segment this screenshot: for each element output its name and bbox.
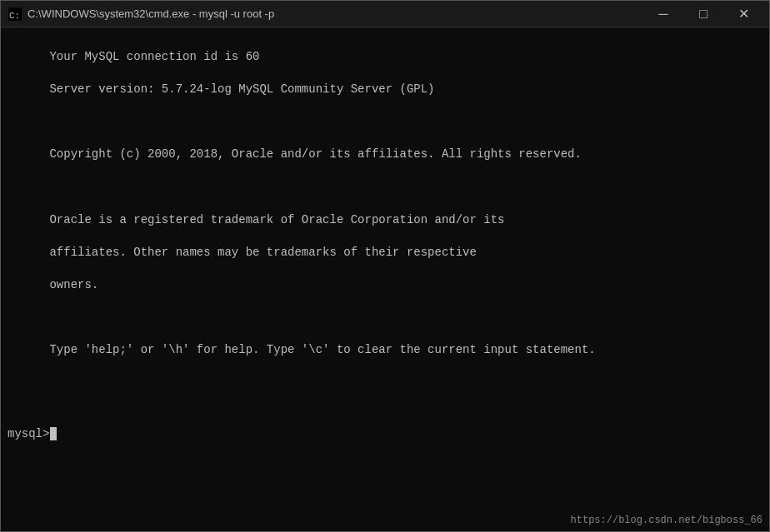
titlebar: C: C:\WINDOWS\system32\cmd.exe - mysql -… [1,1,769,27]
cmd-window: C: C:\WINDOWS\system32\cmd.exe - mysql -… [0,0,770,532]
line-oracle-trademark3: owners. [49,278,98,291]
titlebar-left: C: C:\WINDOWS\system32\cmd.exe - mysql -… [8,7,274,22]
cursor [50,427,57,440]
minimize-button[interactable]: ─ [644,1,682,27]
line-server-version: Server version: 5.7.24-log MySQL Communi… [49,82,434,96]
mysql-prompt: mysql> [8,427,49,440]
maximize-button[interactable]: □ [684,1,722,27]
svg-text:C:: C: [9,11,20,21]
titlebar-controls: ─ □ ✕ [644,1,762,27]
cmd-icon: C: [8,7,22,22]
line-help: Type 'help;' or '\h' for help. Type '\c'… [49,343,595,356]
terminal-output: Your MySQL connection id is 60 Server ve… [8,32,762,424]
line-connection-id: Your MySQL connection id is 60 [49,50,259,63]
line-copyright: Copyright (c) 2000, 2018, Oracle and/or … [49,147,582,161]
prompt-line: mysql> [8,427,762,440]
watermark: https://blog.csdn.net/bigboss_66 [571,515,762,526]
close-button[interactable]: ✕ [724,1,762,27]
line-oracle-trademark2: affiliates. Other names may be trademark… [49,246,476,259]
titlebar-title: C:\WINDOWS\system32\cmd.exe - mysql -u r… [28,7,274,20]
line-oracle-trademark1: Oracle is a registered trademark of Orac… [49,213,504,226]
terminal-body[interactable]: Your MySQL connection id is 60 Server ve… [1,27,769,531]
